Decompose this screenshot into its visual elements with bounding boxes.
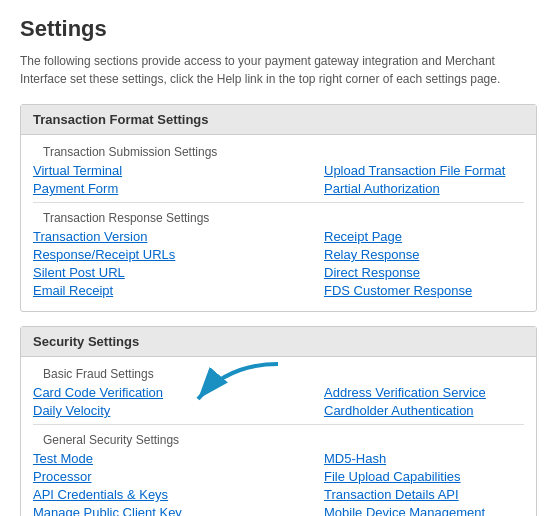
link-file-upload-capabilities[interactable]: File Upload Capabilities — [324, 469, 524, 484]
links-row: Response/Receipt URLsRelay Response — [33, 247, 524, 262]
links-row: API Credentials & KeysTransaction Detail… — [33, 487, 524, 502]
link-responsereceipt-urls[interactable]: Response/Receipt URLs — [33, 247, 233, 262]
link-payment-form[interactable]: Payment Form — [33, 181, 233, 196]
link-cardholder-authentication[interactable]: Cardholder Authentication — [324, 403, 524, 418]
link-mobile-device-management[interactable]: Mobile Device Management — [324, 505, 524, 516]
links-row: ProcessorFile Upload Capabilities — [33, 469, 524, 484]
links-row: Daily VelocityCardholder Authentication — [33, 403, 524, 418]
link-virtual-terminal[interactable]: Virtual Terminal — [33, 163, 233, 178]
section-header-transaction-format: Transaction Format Settings — [21, 105, 536, 135]
links-row: Manage Public Client KeyMobile Device Ma… — [33, 505, 524, 516]
subsection-label: Transaction Response Settings — [33, 211, 524, 225]
links-row: Silent Post URLDirect Response — [33, 265, 524, 280]
links-row: Payment FormPartial Authorization — [33, 181, 524, 196]
links-row: Card Code VerificationAddress Verificati… — [33, 385, 524, 400]
links-row: Transaction VersionReceipt Page — [33, 229, 524, 244]
link-api-credentials--keys[interactable]: API Credentials & Keys — [33, 487, 233, 502]
subsection-divider — [33, 202, 524, 203]
section-header-security: Security Settings — [21, 327, 536, 357]
section-body-transaction-format: Transaction Submission SettingsVirtual T… — [21, 135, 536, 311]
link-fds-customer-response[interactable]: FDS Customer Response — [324, 283, 524, 298]
intro-text: The following sections provide access to… — [20, 52, 537, 88]
link-md5-hash[interactable]: MD5-Hash — [324, 451, 524, 466]
link-daily-velocity[interactable]: Daily Velocity — [33, 403, 233, 418]
subsection-label: Transaction Submission Settings — [33, 145, 524, 159]
link-email-receipt[interactable]: Email Receipt — [33, 283, 233, 298]
links-row: Email ReceiptFDS Customer Response — [33, 283, 524, 298]
link-upload-transaction-file-format[interactable]: Upload Transaction File Format — [324, 163, 524, 178]
subsection-label: Basic Fraud Settings — [33, 367, 524, 381]
link-address-verification-service[interactable]: Address Verification Service — [324, 385, 524, 400]
link-manage-public-client-key[interactable]: Manage Public Client Key — [33, 505, 233, 516]
link-test-mode[interactable]: Test Mode — [33, 451, 233, 466]
link-card-code-verification[interactable]: Card Code Verification — [33, 385, 233, 400]
section-security: Security SettingsBasic Fraud SettingsCar… — [20, 326, 537, 516]
link-receipt-page[interactable]: Receipt Page — [324, 229, 524, 244]
section-body-security: Basic Fraud SettingsCard Code Verificati… — [21, 357, 536, 516]
link-silent-post-url[interactable]: Silent Post URL — [33, 265, 233, 280]
link-transaction-version[interactable]: Transaction Version — [33, 229, 233, 244]
link-partial-authorization[interactable]: Partial Authorization — [324, 181, 524, 196]
subsection-label: General Security Settings — [33, 433, 524, 447]
link-processor[interactable]: Processor — [33, 469, 233, 484]
links-row: Virtual TerminalUpload Transaction File … — [33, 163, 524, 178]
subsection-divider — [33, 424, 524, 425]
links-row: Test ModeMD5-Hash — [33, 451, 524, 466]
page-title: Settings — [20, 16, 537, 42]
link-relay-response[interactable]: Relay Response — [324, 247, 524, 262]
link-direct-response[interactable]: Direct Response — [324, 265, 524, 280]
link-transaction-details-api[interactable]: Transaction Details API — [324, 487, 524, 502]
section-transaction-format: Transaction Format SettingsTransaction S… — [20, 104, 537, 312]
